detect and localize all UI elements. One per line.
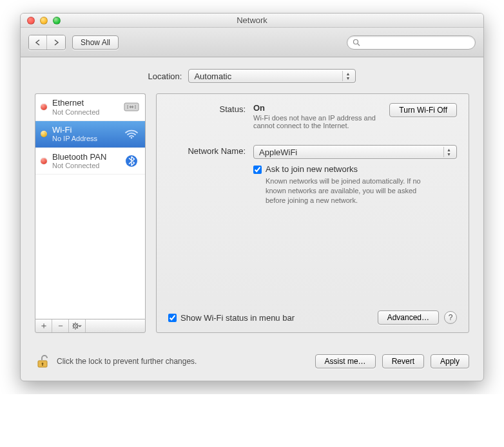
svg-line-13 bbox=[73, 328, 73, 328]
turn-wifi-off-button[interactable]: Turn Wi-Fi Off bbox=[389, 103, 457, 117]
svg-rect-17 bbox=[42, 364, 43, 366]
footer: Click the lock to prevent further change… bbox=[21, 345, 483, 381]
show-status-checkbox[interactable] bbox=[168, 314, 177, 322]
window-title: Network bbox=[21, 15, 483, 25]
location-popup[interactable]: Automatic ▲▼ bbox=[188, 69, 356, 83]
advanced-button[interactable]: Advanced… bbox=[378, 310, 439, 325]
connection-name: Bluetooth PAN bbox=[52, 152, 118, 162]
forward-button[interactable] bbox=[47, 35, 65, 50]
back-button[interactable] bbox=[29, 35, 47, 50]
status-row: Status: On Wi-Fi does not have an IP add… bbox=[168, 103, 457, 129]
connection-status: No IP Address bbox=[52, 135, 118, 143]
location-row: Location: Automatic ▲▼ bbox=[35, 69, 469, 83]
apply-button[interactable]: Apply bbox=[431, 354, 469, 368]
connection-status: Not Connected bbox=[52, 162, 118, 170]
location-label: Location: bbox=[148, 71, 182, 81]
location-value: Automatic bbox=[194, 71, 231, 81]
detail-panel: Status: On Wi-Fi does not have an IP add… bbox=[156, 93, 469, 333]
svg-line-14 bbox=[77, 323, 78, 324]
search-input[interactable] bbox=[364, 38, 470, 47]
network-name-label: Network Name: bbox=[168, 145, 246, 159]
help-button[interactable]: ? bbox=[444, 311, 457, 324]
show-status-label: Show Wi-Fi status in menu bar bbox=[180, 313, 295, 323]
lock-button[interactable] bbox=[35, 354, 50, 369]
unlock-icon bbox=[36, 354, 49, 368]
connection-name: Ethernet bbox=[52, 98, 118, 108]
assist-me-button[interactable]: Assist me… bbox=[315, 354, 376, 368]
minimize-window-button[interactable] bbox=[40, 17, 48, 24]
lock-text: Click the lock to prevent further change… bbox=[57, 357, 197, 366]
ethernet-icon bbox=[123, 100, 140, 113]
status-dot-icon bbox=[41, 158, 47, 164]
svg-line-11 bbox=[73, 323, 73, 324]
sidebar: Ethernet Not Connected Wi-Fi No IP Addre… bbox=[35, 93, 146, 333]
nav-segmented bbox=[28, 35, 66, 50]
network-name-row: Network Name: AppleWiFi ▲▼ bbox=[168, 145, 457, 159]
svg-line-12 bbox=[77, 328, 78, 328]
forward-icon bbox=[53, 39, 59, 46]
status-dot-icon bbox=[41, 131, 47, 137]
search-icon bbox=[353, 39, 360, 46]
toolbar: Show All bbox=[21, 28, 483, 57]
ask-join-label: Ask to join new networks bbox=[266, 164, 427, 174]
popup-arrows-icon: ▲▼ bbox=[342, 71, 353, 81]
sidebar-footer: ＋ － bbox=[35, 319, 146, 333]
network-name-value: AppleWiFi bbox=[259, 147, 297, 157]
remove-connection-button[interactable]: － bbox=[52, 319, 69, 332]
revert-button[interactable]: Revert bbox=[382, 354, 424, 368]
add-connection-button[interactable]: ＋ bbox=[35, 319, 52, 332]
status-value: On bbox=[253, 103, 382, 113]
back-icon bbox=[35, 39, 41, 46]
svg-point-3 bbox=[131, 137, 133, 139]
status-note: Wi-Fi does not have an IP address and ca… bbox=[253, 114, 382, 129]
gear-icon bbox=[72, 322, 82, 330]
status-label: Status: bbox=[168, 103, 246, 129]
search-field[interactable] bbox=[347, 35, 476, 50]
traffic-lights bbox=[21, 17, 61, 24]
sidebar-item-ethernet[interactable]: Ethernet Not Connected bbox=[35, 94, 145, 121]
titlebar: Network bbox=[21, 14, 483, 28]
status-dot-icon bbox=[41, 104, 47, 110]
detail-bottom-bar: Show Wi-Fi status in menu bar Advanced… … bbox=[168, 310, 457, 325]
network-preferences-window: Network Show All Location: Automatic ▲▼ bbox=[20, 13, 484, 381]
ask-join-checkbox[interactable] bbox=[253, 166, 262, 174]
connection-status: Not Connected bbox=[52, 108, 118, 117]
close-window-button[interactable] bbox=[27, 17, 35, 24]
svg-point-0 bbox=[354, 39, 358, 44]
ask-join-row: Ask to join new networks Known networks … bbox=[168, 163, 457, 205]
connection-list: Ethernet Not Connected Wi-Fi No IP Addre… bbox=[35, 93, 146, 319]
network-name-popup[interactable]: AppleWiFi ▲▼ bbox=[253, 145, 457, 159]
zoom-window-button[interactable] bbox=[53, 17, 61, 24]
svg-point-6 bbox=[75, 325, 76, 327]
show-all-button[interactable]: Show All bbox=[72, 35, 119, 50]
popup-arrows-icon: ▲▼ bbox=[443, 147, 454, 157]
sidebar-item-bluetooth-pan[interactable]: Bluetooth PAN Not Connected bbox=[35, 148, 145, 175]
connection-actions-button[interactable] bbox=[69, 319, 86, 332]
svg-line-1 bbox=[358, 44, 360, 46]
connection-name: Wi-Fi bbox=[52, 125, 118, 135]
ask-join-note: Known networks will be joined automatica… bbox=[266, 176, 427, 205]
bluetooth-icon bbox=[123, 155, 140, 167]
wifi-icon bbox=[123, 128, 140, 140]
sidebar-item-wifi[interactable]: Wi-Fi No IP Address bbox=[35, 121, 145, 148]
